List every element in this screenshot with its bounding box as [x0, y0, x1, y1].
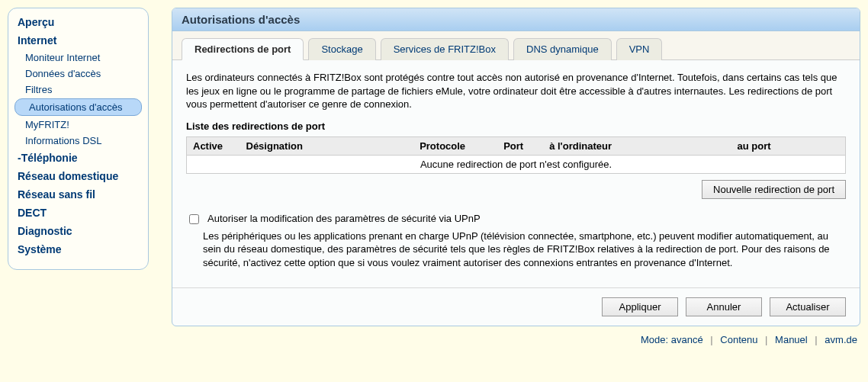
nav-reseau-sans-fil[interactable]: Réseau sans fil [11, 185, 145, 204]
nav-reseau-domestique[interactable]: Réseau domestique [11, 167, 145, 185]
new-port-forward-button[interactable]: Nouvelle redirection de port [702, 180, 846, 199]
tab-vpn[interactable]: VPN [616, 38, 663, 60]
col-port: Port [497, 136, 543, 155]
nav-autorisations-acces[interactable]: Autorisations d'accès [14, 98, 142, 116]
cancel-button[interactable]: Annuler [686, 297, 762, 316]
nav-donnees-acces[interactable]: Données d'accès [11, 66, 145, 82]
refresh-button[interactable]: Actualiser [770, 297, 846, 316]
main-panel: Autorisations d'accès Redirections de po… [172, 8, 860, 326]
col-protocole: Protocole [413, 136, 497, 155]
upnp-help-text: Les périphériques ou les applications pr… [203, 230, 846, 270]
col-au-port: au port [731, 136, 846, 155]
tab-stockage[interactable]: Stockage [308, 38, 375, 60]
tab-dns-dynamique[interactable]: DNS dynamique [513, 38, 612, 60]
nav-apercu[interactable]: Aperçu [11, 13, 145, 31]
nav-diagnostic[interactable]: Diagnostic [11, 222, 145, 240]
apply-button[interactable]: Appliquer [602, 297, 678, 316]
tab-redirections-port[interactable]: Redirections de port [182, 38, 304, 60]
list-heading: Liste des redirections de port [186, 120, 846, 132]
table-header-row: Active Désignation Protocole Port à l'or… [187, 136, 846, 155]
nav-dect[interactable]: DECT [11, 204, 145, 222]
port-forward-table: Active Désignation Protocole Port à l'or… [186, 136, 846, 174]
table-empty-message: Aucune redirection de port n'est configu… [187, 155, 846, 173]
nav-informations-dsl[interactable]: Informations DSL [11, 133, 145, 149]
col-designation: Désignation [240, 136, 414, 155]
upnp-label[interactable]: Autoriser la modification des paramètres… [207, 213, 481, 224]
panel-title: Autorisations d'accès [172, 8, 860, 31]
nav-systeme[interactable]: Système [11, 240, 145, 258]
intro-text: Les ordinateurs connectés à FRITZ!Box so… [186, 71, 846, 111]
mode-label: Mode: [641, 334, 668, 345]
upnp-checkbox[interactable] [189, 214, 199, 224]
col-a-ordinateur: à l'ordinateur [543, 136, 731, 155]
nav-filtres[interactable]: Filtres [11, 82, 145, 98]
tab-bar: Redirections de port Stockage Services d… [172, 31, 860, 60]
sidebar-nav: Aperçu Internet Moniteur Internet Donnée… [8, 8, 149, 270]
nav-telephonie[interactable]: -Téléphonie [11, 149, 145, 167]
manual-link[interactable]: Manuel [775, 334, 808, 345]
nav-moniteur-internet[interactable]: Moniteur Internet [11, 50, 145, 66]
col-active: Active [187, 136, 240, 155]
tab-services-fritzbox[interactable]: Services de FRITZ!Box [381, 38, 509, 60]
footer-links: Mode: avancé | Contenu | Manuel | avm.de [172, 326, 860, 348]
table-empty-row: Aucune redirection de port n'est configu… [187, 155, 846, 173]
contents-link[interactable]: Contenu [720, 334, 757, 345]
mode-link[interactable]: avancé [671, 334, 703, 345]
nav-internet[interactable]: Internet [11, 31, 145, 50]
avm-link[interactable]: avm.de [825, 334, 857, 345]
nav-myfritz[interactable]: MyFRITZ! [11, 117, 145, 133]
